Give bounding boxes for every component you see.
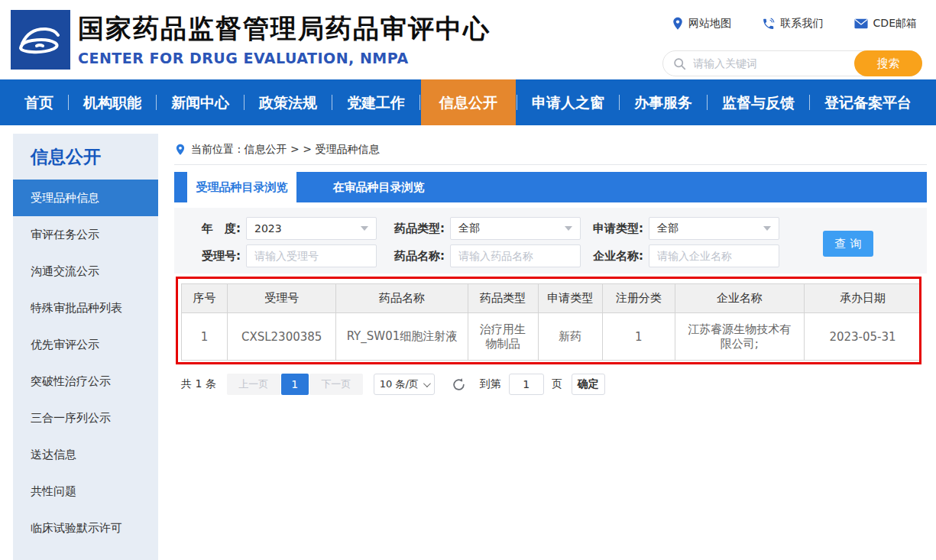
company-input[interactable]: [657, 250, 771, 262]
sidebar-item-delivery-info[interactable]: 送达信息: [13, 436, 158, 473]
accept-no-label: 受理号:: [202, 249, 241, 264]
sitemap-link[interactable]: 网站地图: [672, 17, 731, 31]
nav-item-news[interactable]: 新闻中心: [157, 79, 243, 125]
tab-bar: 受理品种目录浏览 在审品种目录浏览: [174, 172, 927, 202]
cell-drug-type: 治疗用生物制品: [468, 313, 538, 361]
site-subtitle: CENTER FOR DRUG EVALUATION, NMPA: [78, 50, 491, 66]
nav-item-home[interactable]: 首页: [11, 79, 67, 125]
nav-separator: [332, 95, 332, 110]
search-bar: 搜索: [662, 50, 922, 76]
drug-type-field-group: 药品类型: 全部: [394, 217, 581, 240]
sitemap-label: 网站地图: [688, 17, 731, 31]
sidebar-item-accepted-varieties[interactable]: 受理品种信息: [13, 180, 158, 216]
sidebar-item-special-approval[interactable]: 特殊审批品种列表: [13, 290, 158, 326]
chevron-down-icon: [763, 226, 771, 231]
col-header-drug-name: 药品名称: [336, 284, 468, 313]
goto-page-label: 到第: [480, 377, 501, 391]
drug-type-select[interactable]: 全部: [450, 217, 581, 240]
goto-page-input[interactable]: [509, 374, 544, 395]
contact-label: 联系我们: [780, 17, 823, 31]
sidebar-item-three-in-one[interactable]: 三合一序列公示: [13, 400, 158, 436]
drug-name-input[interactable]: [458, 250, 572, 262]
col-header-apply-type: 申请类型: [538, 284, 602, 313]
site-titles: 国家药品监督管理局药品审评中心 CENTER FOR DRUG EVALUATI…: [78, 11, 491, 66]
accept-no-input[interactable]: [254, 250, 368, 262]
nav-item-supervision[interactable]: 监督与反馈: [708, 79, 808, 125]
swan-logo-icon: [11, 10, 70, 70]
nav-separator: [517, 95, 517, 110]
nav-separator: [419, 95, 420, 110]
cde-page: 国家药品监督管理局药品审评中心 CENTER FOR DRUG EVALUATI…: [0, 0, 936, 560]
nav-separator: [156, 95, 157, 110]
cell-reg-class: 1: [602, 313, 675, 361]
tab-accepted-catalog[interactable]: 受理品种目录浏览: [187, 172, 296, 202]
sidebar-item-clinical-trial-license[interactable]: 临床试验默示许可: [13, 510, 158, 546]
confirm-button[interactable]: 确定: [572, 374, 605, 395]
col-header-reg-class: 注册分类: [602, 284, 675, 313]
nav-item-party[interactable]: 党建工作: [333, 79, 419, 125]
year-select[interactable]: 2023: [246, 217, 377, 240]
page-size-value: 10 条/页: [380, 377, 419, 391]
cell-date: 2023-05-31: [805, 313, 921, 361]
chevron-down-icon: [565, 226, 572, 231]
chevron-down-icon: [423, 380, 431, 387]
cell-drug-name: RY_SW01细胞注射液: [336, 313, 468, 361]
cde-logo: [11, 10, 70, 70]
cell-apply-type: 新药: [538, 313, 602, 361]
main-nav: 首页 机构职能 新闻中心 政策法规 党建工作 信息公开 申请人之窗 办事服务 监…: [0, 79, 936, 125]
apply-type-label: 申请类型:: [593, 222, 643, 236]
sidebar-item-communication[interactable]: 沟通交流公示: [13, 253, 158, 290]
nav-item-functions[interactable]: 机构职能: [70, 79, 155, 125]
col-header-company: 企业名称: [675, 284, 804, 313]
nav-item-info-disclosure[interactable]: 信息公开: [421, 79, 516, 125]
apply-type-select[interactable]: 全部: [649, 217, 779, 240]
header: 国家药品监督管理局药品审评中心 CENTER FOR DRUG EVALUATI…: [0, 0, 936, 79]
year-label: 年 度:: [202, 222, 241, 236]
accept-no-field-group: 受理号:: [202, 244, 377, 267]
apply-type-field-group: 申请类型: 全部: [593, 217, 779, 240]
table-row: 1 CXSL2300385 RY_SW01细胞注射液 治疗用生物制品 新药 1 …: [182, 313, 921, 361]
year-field-group: 年 度: 2023: [202, 217, 377, 240]
col-header-drug-type: 药品类型: [468, 284, 538, 313]
chevron-down-icon: [361, 226, 368, 231]
nav-separator: [244, 95, 245, 110]
cell-accept-no: CXSL2300385: [228, 313, 336, 361]
next-page-button[interactable]: 下一页: [309, 374, 363, 395]
prev-page-button[interactable]: 上一页: [227, 374, 280, 395]
refresh-button[interactable]: [452, 377, 466, 392]
nav-item-applicant-window[interactable]: 申请人之窗: [518, 79, 618, 125]
sidebar-item-common-issues[interactable]: 共性问题: [13, 473, 158, 510]
drug-name-label: 药品名称:: [394, 249, 445, 264]
breadcrumb: 当前位置 : 信息公开 > > 受理品种信息: [176, 143, 379, 157]
search-icon: [673, 57, 686, 70]
sidebar-item-breakthrough-therapy[interactable]: 突破性治疗公示: [13, 363, 158, 400]
nav-item-registration-platform[interactable]: 登记备案平台: [811, 79, 925, 125]
main-content: 当前位置 : 信息公开 > > 受理品种信息 受理品种目录浏览 在审品种目录浏览…: [174, 134, 927, 560]
mailbox-link[interactable]: CDE邮箱: [854, 17, 917, 31]
search-input[interactable]: [686, 57, 855, 70]
company-wrap: [649, 244, 779, 267]
table-header-row: 序号 受理号 药品名称 药品类型 申请类型 注册分类 企业名称 承办日期: [182, 284, 921, 313]
current-page-button[interactable]: 1: [281, 374, 309, 395]
mail-icon: [854, 18, 868, 29]
contact-link[interactable]: 联系我们: [762, 17, 823, 31]
cell-index: 1: [182, 313, 228, 361]
nav-separator: [68, 95, 69, 110]
nav-separator: [707, 95, 708, 110]
page-size-select[interactable]: 10 条/页: [374, 374, 435, 395]
sidebar-item-priority-review[interactable]: 优先审评公示: [13, 326, 158, 363]
col-header-date: 承办日期: [805, 284, 921, 313]
drug-type-label: 药品类型:: [394, 222, 445, 236]
nav-item-policy[interactable]: 政策法规: [245, 79, 331, 125]
col-header-accept-no: 受理号: [228, 284, 336, 313]
sidebar-item-review-tasks[interactable]: 审评任务公示: [13, 216, 158, 253]
query-button[interactable]: 查 询: [823, 231, 873, 257]
drug-name-wrap: [450, 244, 581, 267]
nav-item-services[interactable]: 办事服务: [620, 79, 706, 125]
search-button[interactable]: 搜索: [854, 50, 922, 76]
breadcrumb-divider: [174, 164, 927, 165]
tab-under-review-catalog[interactable]: 在审品种目录浏览: [296, 172, 461, 202]
location-pin-icon: [176, 144, 185, 156]
year-value: 2023: [254, 222, 282, 235]
drug-name-field-group: 药品名称:: [394, 244, 581, 267]
